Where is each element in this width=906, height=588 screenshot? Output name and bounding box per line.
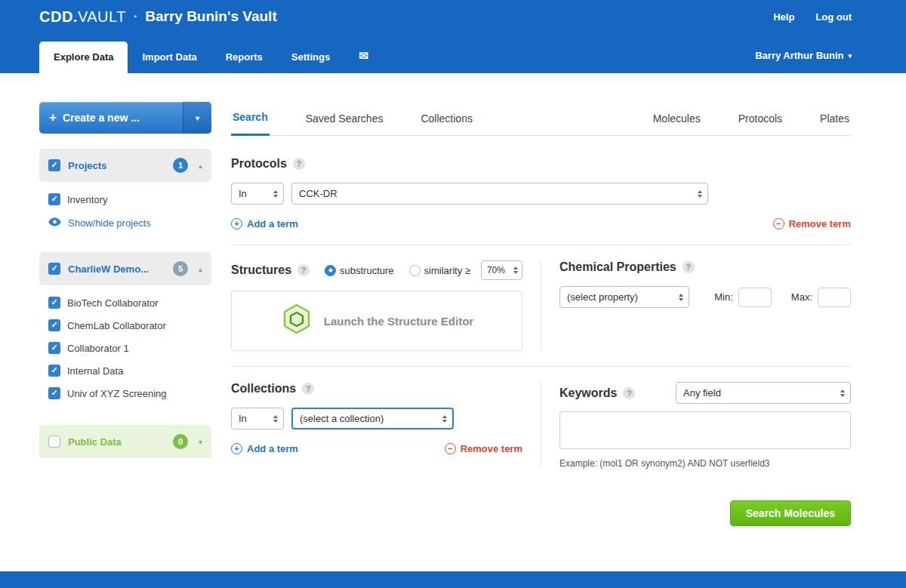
protocols-remove-term-link[interactable]: − Remove term — [773, 218, 851, 229]
help-icon[interactable]: ? — [623, 387, 635, 399]
chevron-down-icon[interactable]: ▾ — [199, 438, 202, 446]
section-divider — [231, 245, 851, 245]
projects-count-badge: 1 — [173, 158, 188, 173]
remove-term-label: Remove term — [789, 218, 851, 229]
collection-select[interactable]: (select a collection) — [291, 408, 454, 429]
protocols-add-term-link[interactable]: + Add a term — [231, 218, 298, 229]
chemical-properties-block: Chemical Properties ? (select property) … — [559, 260, 851, 351]
public-data-section[interactable]: Public Data 0 ▾ — [39, 425, 211, 458]
vault-title: Barry Bunin's Vault — [145, 8, 277, 25]
public-data-label: Public Data — [68, 436, 122, 448]
brand-text-light: VAULT — [78, 8, 126, 25]
app-root: CDD.VAULT · Barry Bunin's Vault Help Log… — [0, 0, 906, 588]
keyword-field-select[interactable]: Any field — [676, 382, 851, 404]
vault-item-biotech[interactable]: BioTech Collaborator — [48, 297, 208, 309]
protocols-term-select[interactable]: CCK-DR — [291, 183, 708, 205]
biotech-label: BioTech Collaborator — [67, 297, 159, 309]
project-item-inventory[interactable]: Inventory — [48, 193, 208, 205]
tab-search[interactable]: Search — [231, 102, 270, 136]
min-input[interactable] — [738, 288, 772, 307]
univ-xyz-checkbox[interactable] — [48, 387, 60, 399]
projects-checkbox[interactable] — [48, 159, 60, 171]
help-link[interactable]: Help — [773, 11, 794, 23]
protocols-operator-select[interactable]: In — [231, 183, 284, 205]
select-arrows-icon — [273, 190, 278, 198]
help-icon[interactable]: ? — [293, 158, 305, 170]
charliew-section: CharlieW Demo... 5 ▴ BioTech Collaborato… — [39, 252, 211, 407]
keywords-textarea[interactable] — [559, 411, 851, 449]
molecule-icon — [280, 303, 313, 339]
collections-operator-value: In — [239, 413, 247, 424]
collections-row: Collections ? In (select a collection) — [231, 382, 851, 469]
help-icon[interactable]: ? — [302, 383, 314, 395]
search-molecules-button[interactable]: Search Molecules — [730, 500, 851, 526]
create-new-button[interactable]: + Create a new ... ▾ — [39, 102, 211, 134]
messages-nav-item[interactable]: ✉ — [344, 39, 383, 73]
create-new-label: Create a new ... — [63, 112, 140, 124]
protocols-heading: Protocols — [231, 157, 287, 171]
nav-tab-settings[interactable]: Settings — [277, 42, 344, 73]
show-hide-projects-link[interactable]: Show/hide projects — [48, 216, 208, 229]
vault-item-univ-xyz[interactable]: Univ of XYZ Screening — [48, 387, 208, 399]
inventory-checkbox[interactable] — [48, 193, 60, 205]
collections-add-term-link[interactable]: + Add a term — [231, 443, 298, 454]
vault-item-chemlab[interactable]: ChemLab Collaborator — [48, 319, 208, 331]
tab-collections[interactable]: Collections — [419, 103, 473, 135]
projects-items: Inventory Show/hide projects — [39, 182, 211, 237]
nav-tab-import-data[interactable]: Import Data — [128, 42, 211, 73]
nav-tab-reports[interactable]: Reports — [211, 42, 277, 73]
select-arrows-icon — [273, 415, 278, 423]
collections-operator-select[interactable]: In — [231, 408, 284, 429]
select-arrows-icon — [698, 190, 702, 198]
chevron-down-icon: ▾ — [196, 114, 199, 122]
protocols-block: Protocols ? In CCK-DR + A — [231, 157, 851, 229]
charliew-count-badge: 5 — [173, 261, 188, 276]
brand-text-bold: CDD. — [39, 8, 78, 25]
nav-tab-explore-data[interactable]: Explore Data — [39, 42, 128, 73]
remove-term-label: Remove term — [461, 443, 522, 454]
max-input[interactable] — [818, 288, 851, 307]
chevron-up-icon[interactable]: ▴ — [199, 265, 202, 273]
keywords-heading: Keywords — [559, 386, 617, 400]
launch-structure-editor-button[interactable]: Launch the Structure Editor — [231, 291, 522, 351]
collaborator1-checkbox[interactable] — [48, 342, 60, 354]
vault-item-internal-data[interactable]: Internal Data — [48, 365, 208, 377]
charliew-section-header[interactable]: CharlieW Demo... 5 ▴ — [39, 252, 211, 285]
chemlab-checkbox[interactable] — [48, 319, 60, 331]
cdd-vault-logo[interactable]: CDD.VAULT — [39, 8, 126, 26]
search-tabs-bar: Search Saved Searches Collections Molecu… — [231, 102, 851, 136]
charliew-checkbox[interactable] — [48, 263, 60, 275]
user-menu[interactable]: Barry Arthur Bunin ▾ — [755, 50, 852, 73]
collection-select-value: (select a collection) — [300, 413, 384, 424]
protocols-term-value: CCK-DR — [299, 188, 337, 199]
tab-saved-searches[interactable]: Saved Searches — [304, 103, 385, 135]
property-select[interactable]: (select property) — [559, 286, 689, 308]
help-icon[interactable]: ? — [683, 261, 695, 273]
vault-item-collaborator1[interactable]: Collaborator 1 — [48, 342, 208, 354]
tab-molecules[interactable]: Molecules — [652, 103, 702, 135]
chevron-up-icon[interactable]: ▴ — [199, 162, 202, 170]
tab-protocols[interactable]: Protocols — [737, 103, 784, 135]
collections-remove-term-link[interactable]: − Remove term — [445, 443, 522, 454]
logout-link[interactable]: Log out — [815, 11, 852, 23]
similarity-radio-option[interactable]: similarity ≥ — [409, 265, 470, 276]
brand-separator: · — [134, 10, 137, 23]
structures-heading: Structures — [231, 263, 291, 277]
substructure-radio-option[interactable]: substructure — [325, 265, 394, 276]
inventory-label: Inventory — [67, 194, 107, 205]
similarity-percent-value: 70% — [487, 265, 505, 276]
public-data-checkbox[interactable] — [48, 436, 60, 448]
circle-plus-icon: + — [231, 443, 242, 454]
tab-plates[interactable]: Plates — [818, 103, 851, 135]
collections-heading: Collections — [231, 382, 296, 396]
min-label: Min: — [714, 291, 733, 303]
help-icon[interactable]: ? — [297, 264, 310, 276]
similarity-percent-input[interactable]: 70% — [481, 260, 522, 280]
select-arrows-icon — [840, 389, 845, 397]
create-new-dropdown[interactable]: ▾ — [183, 102, 211, 134]
biotech-checkbox[interactable] — [48, 297, 60, 309]
internal-data-label: Internal Data — [67, 365, 123, 377]
internal-data-checkbox[interactable] — [48, 365, 60, 377]
projects-section-header[interactable]: Projects 1 ▴ — [39, 149, 211, 182]
page-body: + Create a new ... ▾ Projects 1 ▴ Invent… — [0, 73, 906, 571]
